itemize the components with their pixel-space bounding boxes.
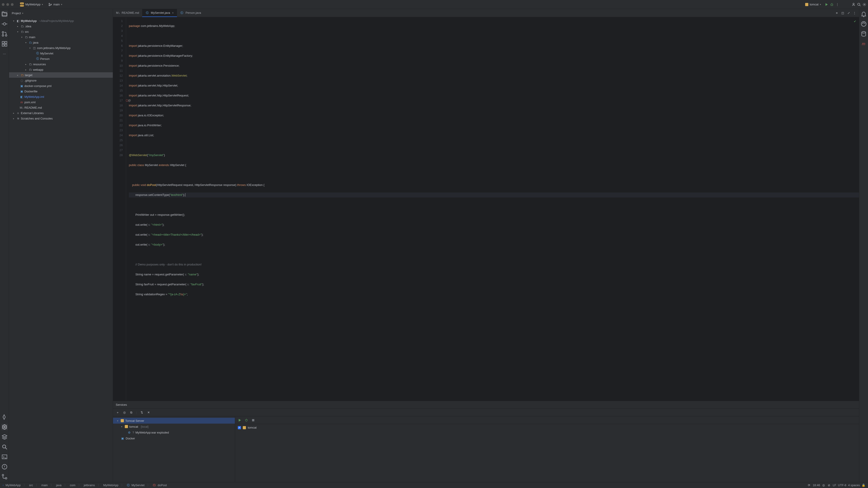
status-readonly-button[interactable]: 🔒: [862, 484, 865, 487]
inspections-ok-icon[interactable]: ✔: [854, 20, 856, 23]
maven-tool-button[interactable]: m: [861, 41, 867, 47]
find-tool-button[interactable]: [1, 444, 8, 450]
show-hidden-button[interactable]: ◎: [123, 411, 126, 414]
breadcrumb-item[interactable]: MyWebApp: [103, 484, 119, 487]
open-new-tab-button[interactable]: ⧉: [129, 411, 133, 414]
tree-node-idea[interactable]: ▸ 🗀 .idea: [9, 24, 113, 29]
debug-button[interactable]: [830, 3, 834, 6]
tree-node-src[interactable]: ▾ 🗀 src: [9, 29, 113, 34]
service-debug-button[interactable]: [245, 418, 248, 422]
tree-node-docker-compose[interactable]: ▣ docker-compose.yml: [9, 83, 113, 89]
editor-gutter[interactable]: 1234567891011121314151617⬡@1819202122232…: [113, 17, 126, 401]
tree-node-person[interactable]: Ⓒ Person: [9, 56, 113, 61]
status-position[interactable]: 18:46: [813, 484, 820, 487]
problems-tool-button[interactable]: [1, 464, 8, 470]
tree-node-gitignore[interactable]: ◌ .gitignore: [9, 78, 113, 83]
tree-node-dockerfile[interactable]: ▣ Dockerfile: [9, 89, 113, 94]
more-actions-button[interactable]: ⋮: [835, 3, 839, 6]
project-panel-header[interactable]: Project ▾: [9, 9, 113, 17]
status-power-save-button[interactable]: ⊘: [827, 484, 831, 487]
tree-node-readme[interactable]: M↓ README.md: [9, 105, 113, 110]
status-highlight-button[interactable]: ◎: [822, 484, 826, 487]
editor-list-button[interactable]: ≡: [835, 11, 839, 15]
breadcrumb-item[interactable]: main: [41, 484, 48, 487]
services-panel-header[interactable]: Services: [113, 401, 859, 409]
service-artifact[interactable]: ⚙ ? MyWebApp:war exploded: [113, 429, 235, 435]
service-run-button[interactable]: [238, 418, 241, 422]
service-docker[interactable]: ▸ ▣ Docker: [113, 435, 235, 441]
traffic-max[interactable]: [11, 3, 13, 6]
breadcrumb-item[interactable]: doPost: [158, 484, 166, 487]
project-selector[interactable]: MW MyWebApp ▾: [18, 2, 45, 7]
service-tomcat-server[interactable]: ▾ Tomcat Server: [113, 418, 235, 424]
structure-tool-button[interactable]: [1, 41, 8, 47]
database-tool-button[interactable]: [861, 31, 867, 37]
pull-requests-tool-button[interactable]: [1, 31, 8, 37]
expand-all-button[interactable]: ⇅: [140, 411, 144, 414]
service-label: Tomcat Server: [125, 419, 144, 422]
status-indent[interactable]: 4 spaces: [848, 484, 860, 487]
tree-node-scratches[interactable]: ▸ ≋ Scratches and Consoles: [9, 116, 113, 121]
layers-tool-button[interactable]: [1, 434, 8, 440]
reader-mode-button[interactable]: ⤢: [847, 11, 850, 15]
tab-myservlet[interactable]: Ⓒ MyServlet.java ×: [142, 9, 177, 17]
breadcrumb-item[interactable]: MyServlet: [131, 484, 145, 487]
collapse-all-button[interactable]: ✕: [147, 411, 150, 414]
editor-more-button[interactable]: ⋮: [852, 11, 856, 15]
run-button[interactable]: [825, 3, 828, 6]
editor-content[interactable]: package com.jetbrains.MyWebApp; import j…: [126, 17, 859, 401]
tab-person[interactable]: Ⓒ Person.java: [177, 9, 204, 17]
tree-node-webapp[interactable]: ▸ 🗀 webapp: [9, 67, 113, 72]
tree-node-java[interactable]: ▾ 🗀 java: [9, 40, 113, 45]
services-tool-button[interactable]: [1, 424, 8, 430]
build-tool-button[interactable]: [1, 414, 8, 420]
settings-button[interactable]: [863, 3, 866, 6]
terminal-tool-button[interactable]: [1, 454, 8, 460]
status-progress-icon[interactable]: ⟳: [807, 484, 811, 487]
service-tomcat-instance[interactable]: ▾ tomcat [local]: [113, 424, 235, 429]
tree-node-myservlet[interactable]: Ⓒ MyServlet: [9, 51, 113, 56]
tree-node-pom[interactable]: m pom.xml: [9, 99, 113, 105]
commit-tool-button[interactable]: [1, 21, 8, 27]
search-button[interactable]: [857, 3, 861, 6]
tab-readme[interactable]: M↓ README.md: [113, 9, 142, 17]
service-label: Docker: [126, 437, 135, 440]
chevron-down-icon: ▾: [22, 12, 23, 14]
status-encoding[interactable]: UTF-8: [838, 484, 846, 487]
breadcrumb-item[interactable]: jetbrains: [84, 484, 95, 487]
tree-node-target[interactable]: ▸ 🗀 target: [9, 72, 113, 78]
code-with-me-button[interactable]: [852, 3, 855, 6]
method-icon: ⓜ: [153, 483, 156, 487]
tree-node-main[interactable]: ▾ 🗀 main: [9, 34, 113, 40]
split-right-button[interactable]: ◫: [841, 11, 844, 15]
service-instance-row[interactable]: ✔ tomcat: [238, 426, 856, 429]
branch-selector[interactable]: main ▾: [46, 2, 64, 7]
svg-point-17: [861, 22, 866, 26]
vcs-tool-button[interactable]: [1, 474, 8, 480]
notifications-tool-button[interactable]: [861, 11, 867, 17]
markdown-icon: M↓: [116, 11, 120, 15]
web-folder-icon: 🗀: [29, 68, 32, 71]
traffic-min[interactable]: [6, 3, 9, 6]
more-tools-button[interactable]: ⋯: [1, 51, 8, 57]
status-line-sep[interactable]: LF: [833, 484, 836, 487]
add-service-button[interactable]: ＋: [116, 411, 119, 414]
tree-node-resources[interactable]: ▸ 🗀 resources: [9, 61, 113, 67]
breadcrumb-item[interactable]: src: [29, 484, 33, 487]
project-tool-button[interactable]: [1, 11, 8, 17]
close-tab-button[interactable]: ×: [172, 11, 174, 15]
tree-label: MyWebApp: [21, 19, 37, 23]
breadcrumb-item[interactable]: java: [56, 484, 61, 487]
ai-assistant-tool-button[interactable]: [861, 21, 867, 27]
service-stop-button[interactable]: [251, 418, 255, 422]
tree-node-package[interactable]: ▾ ◫ com.jetbrains.MyWebApp: [9, 45, 113, 51]
chevron-down-icon: ▾: [820, 3, 821, 6]
svg-point-23: [2, 445, 6, 448]
tree-node-iml[interactable]: ◧ MyWebApp.iml: [9, 94, 113, 99]
run-config-selector[interactable]: tomcat ▾: [803, 2, 823, 7]
traffic-close[interactable]: [2, 3, 4, 6]
tree-root[interactable]: ▾ ◧ MyWebApp ~/IdeaProjects/MyWebApp: [9, 18, 113, 24]
breadcrumb-item[interactable]: com: [70, 484, 75, 487]
tree-node-ext-lib[interactable]: ▸ ⌾ External Libraries: [9, 110, 113, 116]
breadcrumb-item[interactable]: MyWebApp: [6, 484, 21, 487]
